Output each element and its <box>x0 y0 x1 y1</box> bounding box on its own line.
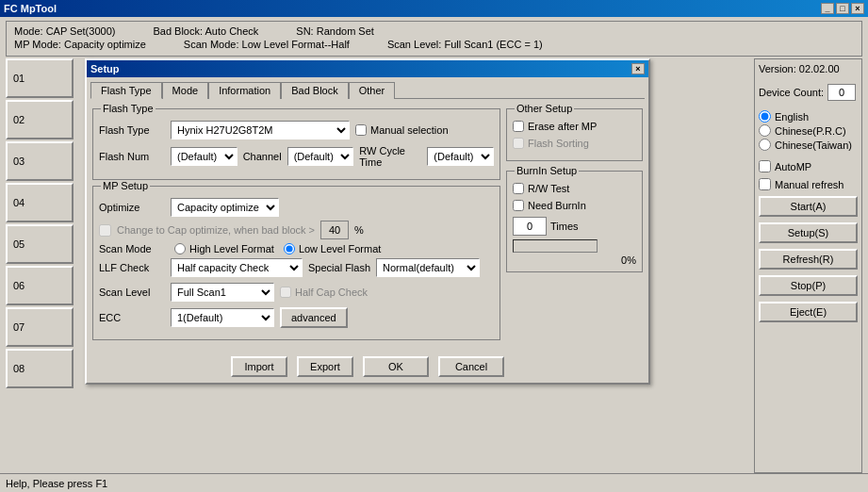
auto-mp-label: AutoMP <box>775 161 811 172</box>
mp-setup-group-title: MP Setup <box>101 180 150 191</box>
high-level-format-input[interactable] <box>174 243 186 254</box>
refresh-btn[interactable]: Refresh(R) <box>759 249 858 270</box>
english-radio[interactable] <box>759 110 771 123</box>
rw-test-row: R/W Test <box>513 183 636 194</box>
help-text: Help, Please press F1 <box>6 478 107 489</box>
optimize-select[interactable]: Capacity optimize <box>171 198 279 217</box>
advanced-btn[interactable]: advanced <box>280 307 348 328</box>
stop-btn[interactable]: Stop(P) <box>759 275 858 296</box>
low-level-format-input[interactable] <box>284 243 295 254</box>
chinese-prc-radio[interactable] <box>759 124 771 137</box>
rw-test-input[interactable] <box>513 183 524 194</box>
cap-value-input[interactable] <box>320 221 349 239</box>
setup-dialog: Setup × Flash Type Mode Information Bad … <box>85 58 650 385</box>
flash-type-row: Flash Type Hynix H27U2G8T2M Manual selec… <box>99 121 494 139</box>
manual-refresh-row[interactable]: Manual refresh <box>759 178 858 190</box>
flash-sorting-row: Flash Sorting <box>513 138 636 149</box>
llf-check-select[interactable]: Half capacity Check <box>171 258 303 277</box>
special-flash-select[interactable]: Normal(default) <box>376 258 480 277</box>
need-burnin-row: Need BurnIn <box>513 200 636 211</box>
setup-info: Mode: CAP Set(3000) Bad Block: Auto Chec… <box>6 21 862 57</box>
burnin-slider[interactable] <box>513 239 598 253</box>
half-cap-check-checkbox[interactable]: Half Cap Check <box>280 287 368 298</box>
cancel-btn[interactable]: Cancel <box>438 356 504 377</box>
setup-info-row1: Mode: CAP Set(3000) Bad Block: Auto Chec… <box>14 25 854 37</box>
erase-after-mp-checkbox[interactable]: Erase after MP <box>513 121 597 132</box>
tabs: Flash Type Mode Information Bad Block Ot… <box>90 81 645 99</box>
num-btn-05[interactable]: 05 <box>6 224 74 264</box>
num-btn-06[interactable]: 06 <box>6 266 74 305</box>
special-flash-label: Special Flash <box>308 262 370 273</box>
start-btn[interactable]: Start(A) <box>759 196 858 217</box>
setup-btn[interactable]: Setup(S) <box>759 222 858 243</box>
auto-mp-checkbox[interactable] <box>759 160 771 172</box>
eject-btn[interactable]: Eject(E) <box>759 302 858 322</box>
ecc-label: ECC <box>99 312 165 323</box>
optimize-row: Optimize Capacity optimize <box>99 198 494 217</box>
num-btn-02[interactable]: 02 <box>6 100 74 139</box>
num-btn-08[interactable]: 08 <box>6 349 74 388</box>
num-btn-01[interactable]: 01 <box>6 58 74 98</box>
flash-num-select[interactable]: (Default) <box>171 147 237 166</box>
tab-flash-type[interactable]: Flash Type <box>90 82 162 99</box>
llf-check-label: LLF Check <box>99 262 165 273</box>
progress-value: 0% <box>513 254 636 266</box>
need-burnin-checkbox[interactable]: Need BurnIn <box>513 200 586 211</box>
num-btn-07[interactable]: 07 <box>6 307 74 347</box>
title-bar-buttons: _ □ × <box>821 3 864 14</box>
channel-select[interactable]: (Default) <box>287 147 354 166</box>
flash-num-row: Flash Num (Default) Channel (Default) RW… <box>99 145 494 168</box>
burnin-setup-group: BurnIn Setup R/W Test Need Bur <box>506 171 643 272</box>
cap-unit: % <box>354 224 364 236</box>
device-count-input[interactable] <box>827 84 856 101</box>
erase-after-mp-input[interactable] <box>513 121 524 132</box>
app-title: FC MpTool <box>4 3 57 14</box>
tab-information[interactable]: Information <box>208 82 281 99</box>
need-burnin-input[interactable] <box>513 200 524 211</box>
ok-btn[interactable]: OK <box>363 356 429 377</box>
dialog-title: Setup <box>90 63 120 74</box>
flash-type-select[interactable]: Hynix H27U2G8T2M <box>171 121 350 139</box>
other-setup-title: Other Setup <box>515 103 574 114</box>
rw-test-checkbox[interactable]: R/W Test <box>513 183 569 194</box>
rw-cycle-select[interactable]: (Default) <box>427 147 494 166</box>
low-level-format-radio[interactable]: Low Level Format <box>284 243 381 254</box>
auto-mp-row[interactable]: AutoMP <box>759 160 858 172</box>
manual-selection-checkbox[interactable]: Manual selection <box>355 124 449 136</box>
times-input[interactable] <box>513 217 547 236</box>
minimize-btn[interactable]: _ <box>821 3 834 14</box>
half-cap-check-input <box>280 287 291 298</box>
mp-mode-info: MP Mode: Capacity optimize <box>14 39 146 50</box>
dialog-close-btn[interactable]: × <box>631 63 645 74</box>
chinese-taiwan-radio[interactable] <box>759 139 771 151</box>
import-btn[interactable]: Import <box>231 356 287 377</box>
chinese-prc-option[interactable]: Chinese(P.R.C) <box>759 124 858 137</box>
num-btn-03[interactable]: 03 <box>6 141 74 181</box>
flash-type-label: Flash Type <box>99 124 165 136</box>
optimize-label: Optimize <box>99 202 165 213</box>
llf-check-row: LLF Check Half capacity Check Special Fl… <box>99 258 494 277</box>
tab-mode[interactable]: Mode <box>162 82 209 99</box>
ecc-select[interactable]: 1(Default) <box>171 308 274 327</box>
tab-bad-block[interactable]: Bad Block <box>281 82 349 99</box>
maximize-btn[interactable]: □ <box>836 3 849 14</box>
burnin-setup-title: BurnIn Setup <box>515 165 579 176</box>
left-panel: 01 02 03 04 05 06 07 08 <box>6 58 81 473</box>
flash-type-group-title: Flash Type <box>101 103 156 114</box>
manual-refresh-checkbox[interactable] <box>759 178 771 190</box>
sn-info: SN: Random Set <box>296 25 374 37</box>
export-btn[interactable]: Export <box>297 356 353 377</box>
scan-level-select[interactable]: Full Scan1 <box>171 283 274 302</box>
english-option[interactable]: English <box>759 110 858 123</box>
flash-sorting-checkbox[interactable]: Flash Sorting <box>513 138 589 149</box>
manual-selection-input[interactable] <box>355 124 367 136</box>
close-btn[interactable]: × <box>851 3 864 14</box>
setup-info-row2: MP Mode: Capacity optimize Scan Mode: Lo… <box>14 39 854 50</box>
change-cap-label: Change to Cap optimize, when bad block > <box>117 224 315 236</box>
device-count-row: Device Count: <box>759 84 858 101</box>
tab-other[interactable]: Other <box>349 82 396 99</box>
chinese-taiwan-option[interactable]: Chinese(Taiwan) <box>759 139 858 151</box>
high-level-format-radio[interactable]: High Level Format <box>174 243 274 254</box>
bad-block-info: Bad Block: Auto Check <box>153 25 258 37</box>
num-btn-04[interactable]: 04 <box>6 183 74 222</box>
